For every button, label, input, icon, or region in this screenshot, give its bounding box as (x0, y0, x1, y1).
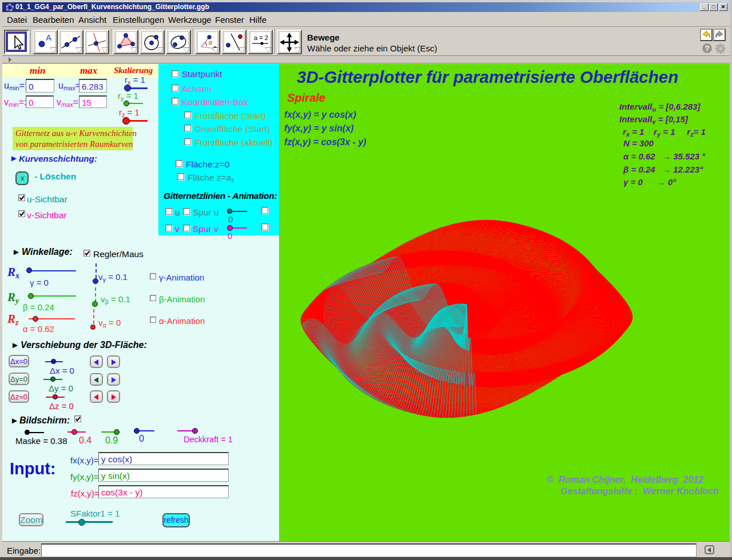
svg-text:A: A (46, 33, 51, 42)
svg-text:a = 2: a = 2 (254, 34, 268, 41)
svg-text:α: α (209, 39, 212, 46)
